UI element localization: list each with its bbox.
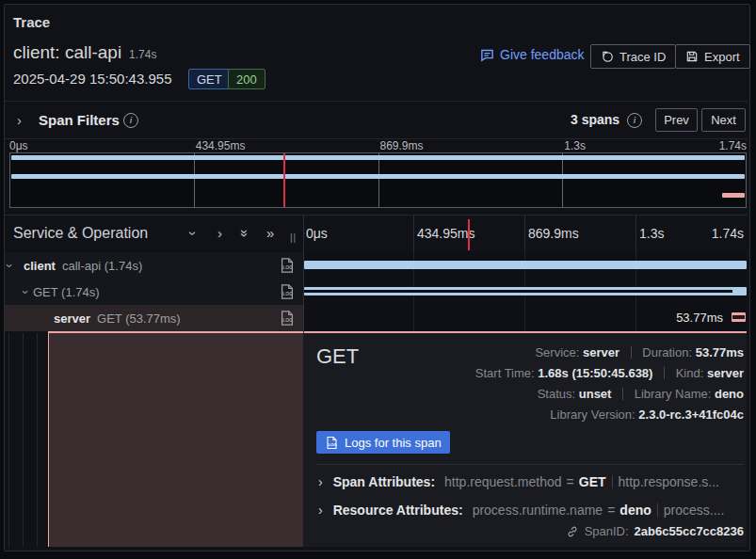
field-label: Duration: — [642, 345, 692, 359]
field-label: Start Time: — [475, 366, 535, 380]
detail-field-row: Status: unset Library Name: deno — [475, 384, 744, 405]
span-id-footer: SpanID: 2ab6c55cc7cc8236 — [566, 524, 744, 538]
span-filters-label[interactable]: Span Filters — [39, 112, 120, 128]
svg-text:LOG: LOG — [282, 317, 293, 323]
trace-id-button[interactable]: Trace ID — [590, 44, 676, 69]
detail-field-row: Start Time: 1.68s (15:50:45.638) Kind: s… — [475, 363, 744, 384]
export-button[interactable]: Export — [675, 44, 750, 69]
minimap-cursor-line — [283, 153, 285, 207]
double-chevron-right-icon[interactable]: » — [266, 224, 274, 243]
chevron-right-icon[interactable]: › — [17, 112, 22, 128]
field-value: 53.77ms — [696, 345, 744, 359]
attribute-key: process.runtime.name — [473, 503, 603, 518]
minimap-span-get — [11, 174, 745, 179]
chevron-down-icon[interactable]: › — [190, 224, 195, 243]
span-row-client[interactable]: › client call-api (1.74s) LOG — [5, 252, 748, 279]
timeline-ticks: 0μs 434.95ms 869.9ms 1.3s 1.74s — [303, 216, 747, 252]
attribute-key: http.response.s... — [619, 474, 719, 489]
span-bar-client[interactable] — [304, 261, 747, 269]
span-row-get-label[interactable]: › GET (1.74s) LOG — [5, 279, 303, 306]
export-label: Export — [704, 50, 740, 64]
attribute-value: deno — [619, 503, 651, 518]
span-bar-inner-stripe — [732, 315, 745, 319]
field-value: 2.3.0-rc.3+41fc04c — [638, 407, 744, 422]
chevron-right-icon[interactable]: › — [217, 224, 222, 243]
info-icon: i — [123, 113, 138, 128]
equals-sign: = — [567, 474, 574, 489]
span-row-server[interactable]: server GET (53.77ms) LOG 53.77ms — [5, 305, 748, 331]
attribute-separator — [657, 503, 658, 517]
comment-icon — [480, 48, 494, 62]
field-separator — [631, 346, 632, 359]
span-bar-server[interactable] — [732, 312, 746, 322]
span-attributes-label: Span Attributes: — [333, 474, 435, 489]
field-value: server — [583, 345, 619, 359]
field-label: Library Version: — [550, 407, 635, 422]
minimap-span-server — [722, 193, 745, 198]
double-chevron-down-icon[interactable]: » — [241, 224, 249, 243]
tick-label: 434.95ms — [417, 226, 475, 241]
span-logs-icon[interactable]: LOG — [279, 310, 296, 327]
give-feedback-link[interactable]: Give feedback — [480, 47, 585, 62]
span-service-name: server — [54, 311, 90, 326]
span-count: 3 spans — [571, 112, 619, 127]
span-operation-name: GET (1.74s) — [33, 285, 100, 299]
equals-sign: = — [607, 503, 615, 518]
link-icon[interactable] — [566, 525, 579, 538]
tick-label: 434.95ms — [196, 139, 246, 152]
service-operation-header: Service & Operation — [13, 225, 148, 242]
tick-divider — [635, 216, 636, 252]
tick-label: 0μs — [9, 139, 28, 152]
svg-text:LOG: LOG — [282, 264, 293, 270]
prev-span-button[interactable]: Prev — [655, 108, 698, 132]
collapse-chevron-icon[interactable]: › — [8, 259, 11, 273]
tree-guide-line — [37, 333, 38, 547]
attribute-key: http.request.method — [444, 474, 562, 489]
collapse-chevron-icon[interactable]: › — [24, 285, 27, 299]
field-separator — [622, 388, 623, 400]
span-row-get[interactable]: › GET (1.74s) LOG — [5, 279, 748, 305]
field-separator — [664, 367, 665, 379]
trace-panel: Trace client: call-api1.74s 2025-04-29 1… — [4, 4, 750, 551]
span-logs-icon[interactable]: LOG — [279, 257, 296, 274]
field-label: Library Name: — [635, 387, 712, 401]
trace-title: client: call-api1.74s — [13, 42, 156, 63]
span-logs-icon[interactable]: LOG — [279, 283, 296, 300]
attribute-separator — [612, 475, 613, 488]
resource-attributes-row[interactable]: › Resource Attributes: process.runtime.n… — [318, 499, 744, 521]
resource-attributes-label: Resource Attributes: — [333, 503, 463, 518]
give-feedback-label: Give feedback — [500, 47, 585, 62]
field-value: unset — [579, 387, 612, 401]
span-id-label: SpanID: — [585, 524, 629, 538]
logs-for-span-button[interactable]: LOG Logs for this span — [316, 431, 450, 454]
timeline-cursor-line — [468, 219, 470, 250]
span-bar-get[interactable] — [304, 287, 747, 295]
trace-id-label: Trace ID — [619, 50, 666, 64]
minimap-ruler: 0μs 434.95ms 869.9ms 1.3s 1.74s — [9, 139, 747, 152]
svg-text:LOG: LOG — [282, 291, 293, 296]
span-row-server-label[interactable]: server GET (53.77ms) LOG — [5, 305, 303, 331]
tick-divider — [524, 216, 525, 252]
copy-icon — [601, 50, 614, 63]
grafana-trace-view: { "panel_title": "Trace", "header": { "t… — [0, 0, 756, 559]
column-resize-handle[interactable]: || — [290, 232, 297, 243]
span-row-client-label[interactable]: › client call-api (1.74s) LOG — [5, 252, 303, 280]
logs-icon: LOG — [325, 436, 339, 450]
field-label: Service: — [535, 345, 579, 359]
next-span-button[interactable]: Next — [701, 108, 746, 132]
span-filters-bar: › Span Filters i 3 spans i Prev Next — [5, 101, 748, 139]
tick-label: 1.3s — [639, 226, 664, 241]
info-icon: i — [627, 113, 642, 128]
span-operation-name: GET (53.77ms) — [97, 311, 181, 326]
field-value: 1.68s (15:50:45.638) — [538, 366, 652, 380]
status-code-badge: 200 — [228, 69, 265, 89]
trace-minimap[interactable] — [9, 152, 747, 208]
span-attributes-row[interactable]: › Span Attributes: http.request.method =… — [318, 471, 744, 493]
span-operation-name: call-api (1.74s) — [62, 259, 142, 273]
chevron-right-icon[interactable]: › — [318, 503, 323, 518]
selected-span-highlight — [48, 333, 304, 547]
chevron-right-icon[interactable]: › — [318, 474, 323, 489]
trace-duration: 1.74s — [129, 48, 156, 61]
field-label: Kind: — [676, 366, 704, 380]
save-icon — [685, 50, 699, 63]
